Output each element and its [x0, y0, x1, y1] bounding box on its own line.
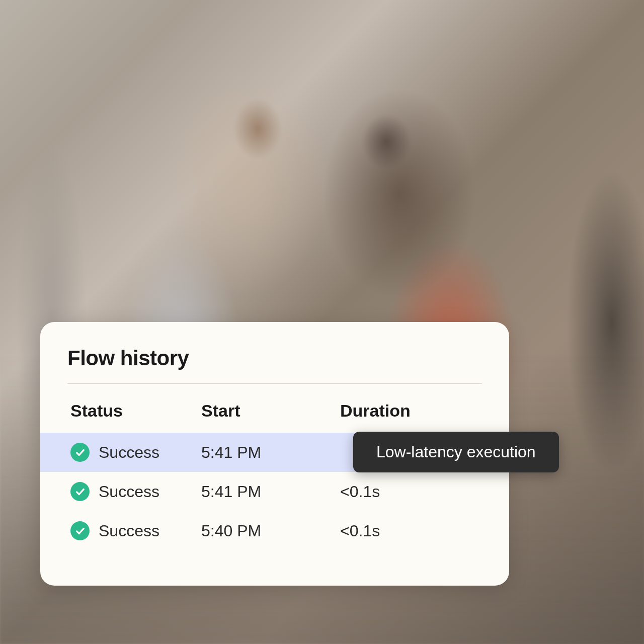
- status-cell: Success: [70, 443, 201, 462]
- column-header-start: Start: [201, 401, 340, 421]
- table-header: Status Start Duration: [67, 401, 482, 421]
- start-time: 5:40 PM: [201, 522, 340, 540]
- status-label: Success: [99, 522, 159, 540]
- column-header-status: Status: [70, 401, 201, 421]
- status-cell: Success: [70, 521, 201, 540]
- status-label: Success: [99, 443, 159, 462]
- table-row[interactable]: Success 5:41 PM <0.1s: [40, 472, 509, 511]
- start-time: 5:41 PM: [201, 482, 340, 501]
- divider: [67, 383, 482, 384]
- duration-value: <0.1s: [340, 522, 479, 540]
- tooltip: Low-latency execution: [353, 432, 559, 472]
- table-row[interactable]: Success 5:40 PM <0.1s: [40, 511, 509, 550]
- success-check-icon: [70, 443, 90, 462]
- card-title: Flow history: [67, 346, 482, 370]
- status-cell: Success: [70, 482, 201, 501]
- success-check-icon: [70, 521, 90, 540]
- column-header-duration: Duration: [340, 401, 479, 421]
- status-label: Success: [99, 482, 159, 501]
- start-time: 5:41 PM: [201, 443, 340, 462]
- success-check-icon: [70, 482, 90, 501]
- duration-value: <0.1s: [340, 482, 479, 501]
